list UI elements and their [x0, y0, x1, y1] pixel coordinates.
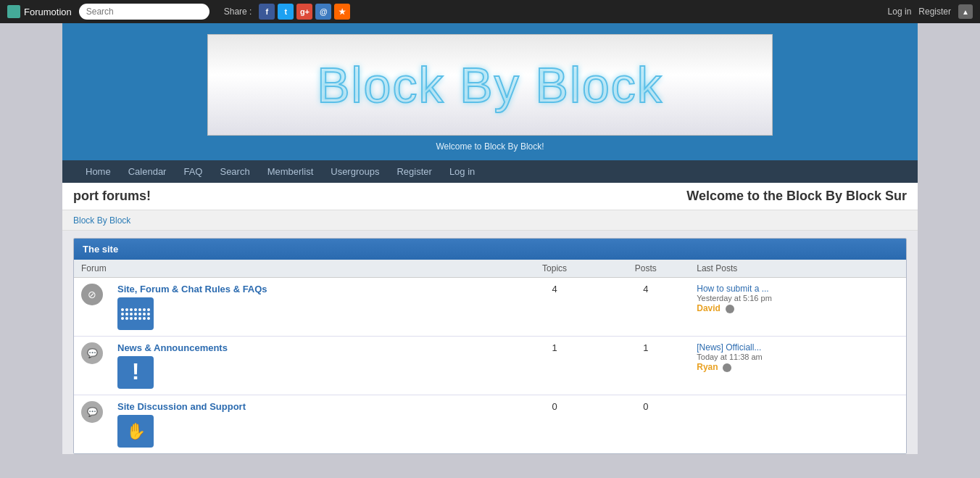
forum-status-icon: ⊘	[81, 284, 103, 305]
subforum-support-icon: ✋	[117, 415, 154, 448]
section-header: The site	[74, 239, 906, 260]
logo: Forumotion	[7, 5, 72, 18]
nav-memberlist[interactable]: Memberlist	[259, 160, 323, 183]
profile-mini-icon	[726, 305, 734, 313]
nav-calendar[interactable]: Calendar	[120, 160, 175, 183]
last-post-time: Yesterday at 5:16 pm	[697, 294, 899, 302]
forum-icon-cell: ⊘	[74, 278, 110, 337]
content: port forums! Welcome to the Block By Blo…	[62, 183, 918, 454]
lock-icon: ⊘	[88, 289, 96, 300]
facebook-icon[interactable]: f	[259, 4, 275, 20]
email-icon[interactable]: @	[315, 4, 331, 20]
forum-info-cell: Site Discussion and Support ✋	[110, 395, 507, 454]
share-label: Share :	[224, 7, 252, 17]
forum-name[interactable]: Site, Forum & Chat Rules & FAQs	[117, 284, 500, 294]
forum-last-post: [News] Officiall... Today at 11:38 am Ry…	[689, 337, 906, 395]
forum-last-post	[689, 395, 906, 454]
welcome-left: port forums!	[73, 189, 151, 204]
forum-icon-cell: 💬	[74, 337, 110, 395]
forum-info-cell: News & Announcements !	[110, 337, 507, 395]
banner-box: Block By Block	[207, 34, 773, 136]
forum-section: The site Forum Topics Posts Last Posts	[73, 238, 907, 454]
col-topics: Topics	[507, 260, 602, 278]
logo-text: Forumotion	[24, 7, 72, 17]
table-row: 💬 Site Discussion and Support ✋ 0 0	[74, 395, 906, 454]
forum-topics: 4	[507, 278, 602, 337]
topbar-right: Log in Register ▲	[888, 4, 973, 19]
register-link[interactable]: Register	[918, 7, 951, 17]
speech-icon: 💬	[87, 348, 98, 358]
twitter-icon[interactable]: t	[278, 4, 294, 20]
breadcrumb: Block By Block	[62, 210, 918, 231]
col-posts: Posts	[602, 260, 689, 278]
nav-register[interactable]: Register	[388, 160, 440, 183]
subforum-news-icon: !	[117, 356, 154, 389]
exclaim-icon: !	[132, 360, 140, 386]
forum-posts: 1	[602, 337, 689, 395]
forum-status-icon: 💬	[81, 342, 103, 364]
forum-status-icon: 💬	[81, 401, 103, 423]
forum-posts: 0	[602, 395, 689, 454]
nav-home[interactable]: Home	[77, 160, 120, 183]
last-post-user[interactable]: Ryan	[697, 362, 718, 372]
table-row: 💬 News & Announcements ! 1 1 [News	[74, 337, 906, 395]
forum-last-post: How to submit a ... Yesterday at 5:16 pm…	[689, 278, 906, 337]
main-wrapper: Block By Block Welcome to Block By Block…	[62, 23, 918, 476]
nav-faq[interactable]: FAQ	[175, 160, 211, 183]
rss-icon[interactable]: ★	[334, 4, 350, 20]
banner-title: Block By Block	[317, 57, 663, 113]
navbar: Home Calendar FAQ Search Memberlist User…	[62, 160, 918, 183]
forum-info-cell: Site, Forum & Chat Rules & FAQs	[110, 278, 507, 337]
googleplus-icon[interactable]: g+	[296, 4, 312, 20]
hand-icon: ✋	[126, 422, 146, 441]
forum-topics: 1	[507, 337, 602, 395]
breadcrumb-link[interactable]: Block By Block	[73, 215, 130, 226]
nav-search[interactable]: Search	[211, 160, 258, 183]
col-forum: Forum	[74, 260, 507, 278]
subforum-icon	[117, 297, 154, 330]
topbar: Forumotion Share : f t g+ @ ★ Log in Reg…	[0, 0, 980, 23]
logo-icon	[7, 5, 20, 18]
last-post-link[interactable]: How to submit a ...	[697, 284, 899, 294]
share-icons: f t g+ @ ★	[259, 4, 350, 20]
forum-name[interactable]: News & Announcements	[117, 342, 500, 353]
last-post-link[interactable]: [News] Officiall...	[697, 342, 899, 353]
profile-mini-icon	[723, 363, 731, 372]
login-link[interactable]: Log in	[888, 7, 912, 17]
forum-posts: 4	[602, 278, 689, 337]
forum-icon-cell: 💬	[74, 395, 110, 454]
forum-subtitle: Welcome to Block By Block!	[77, 136, 903, 160]
table-row: ⊘ Site, Forum & Chat Rules & FAQs	[74, 278, 906, 337]
nav-login[interactable]: Log in	[441, 160, 483, 183]
forum-header: Block By Block Welcome to Block By Block…	[62, 23, 918, 160]
last-post-time: Today at 11:38 am	[697, 353, 899, 361]
search-input[interactable]	[79, 4, 209, 20]
forum-name[interactable]: Site Discussion and Support	[117, 401, 500, 412]
chat-dots-icon	[118, 305, 153, 323]
nav-usergroups[interactable]: Usergroups	[322, 160, 388, 183]
forum-topics: 0	[507, 395, 602, 454]
last-post-user[interactable]: David	[697, 303, 721, 313]
welcome-banner: port forums! Welcome to the Block By Blo…	[62, 183, 918, 210]
up-icon[interactable]: ▲	[958, 4, 973, 19]
forum-table: Forum Topics Posts Last Posts ⊘	[74, 260, 906, 453]
welcome-right: Welcome to the Block By Block Sur	[686, 189, 907, 204]
col-last-posts: Last Posts	[689, 260, 906, 278]
speech-icon: 💬	[87, 407, 98, 417]
